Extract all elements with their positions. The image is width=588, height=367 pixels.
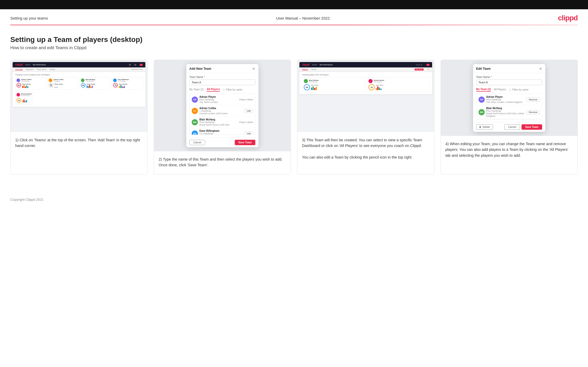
edit-tab-all-players[interactable]: All Players [494,88,506,91]
card-3-text: 3) This Team will then be created. You c… [297,132,434,174]
footer: Copyright Clippd 2021 [0,195,588,207]
ss1-subnav-putting: Putting [49,68,55,71]
player-name-bm: Blair McHarg [199,118,229,121]
card-4: Edit Team ✕ Team Name * My Team (2) All … [441,60,578,174]
edit-player-item-bm: BM Blair McHarg Plus HandicapRoyal North… [476,105,542,119]
ss3-subnav-players: Players [302,68,308,71]
edit-footer-right: Cancel Save Team [504,124,542,130]
edit-team-name-input[interactable] [476,80,542,85]
header: Setting up your teams User Manual – Nove… [0,9,588,25]
player-avatar-bm: BM [192,119,198,125]
trash-icon: 🗑 [479,126,482,128]
header-left-text: Setting up your teams [10,16,48,20]
clippd-logo: clippd [558,14,578,22]
dialog-close-icon[interactable]: ✕ [252,67,255,71]
copyright-text: Copyright Clippd 2021 [10,198,44,202]
ss1-logo: clippd [15,63,23,66]
card-4-text: 4) When editing your Team, you can chang… [441,136,578,174]
team-name-label: Team Name * [189,76,255,78]
edit-player-club-ap: Plus HandicapThe Shire London, United Ki… [486,98,523,103]
edit-filter-by-name[interactable]: Filter by name [509,88,528,91]
edit-dialog-footer: 🗑 Delete Cancel Save Team [473,122,545,132]
filter-by-name[interactable]: Filter by name [223,88,242,91]
edit-dialog-title: Edit Team [476,67,491,71]
edit-dialog-body: Team Name * My Team (2) All Players Filt… [473,73,545,122]
page-content: Setting up a Team of players (desktop) H… [0,33,588,195]
add-new-team-dialog: Add New Team ✕ Team Name * My Team (2) A… [186,64,258,147]
dialog-title: Add New Team [189,67,211,71]
edit-cancel-button[interactable]: Cancel [504,124,520,130]
top-bar [0,0,588,9]
edit-team-name-label: Team Name * [476,76,542,78]
player-added-status-ap: Player Added [239,98,253,101]
edit-player-avatar-bm: BM [478,109,485,115]
edit-player-list: AP Adrian Player Plus HandicapThe Shire … [476,94,542,119]
edit-dialog-close-icon[interactable]: ✕ [539,67,542,71]
add-player-button-ac[interactable]: Add [244,109,253,113]
player-item-adrian-coliba: AC Adrian Coliba 1 HandicapCentral Londo… [190,105,255,117]
player-item-dave-billingham: DB Dave Billingham 1.5 HandicapThe Cleg … [190,128,255,135]
header-divider [10,25,578,25]
edit-team-dialog: Edit Team ✕ Team Name * My Team (2) All … [473,64,545,132]
ss3-nav-my-perf: My Performance [320,64,333,66]
dialog-header: Add New Team ✕ [186,64,258,73]
edit-save-team-button[interactable]: Save Team [522,124,542,130]
remove-player-button-ap[interactable]: Remove [526,98,540,102]
delete-button[interactable]: 🗑 Delete [476,124,493,130]
ss1-heading: Tracking 4 out of 4 players from: All Pl… [15,74,143,76]
edit-player-avatar-ap: AP [478,97,485,103]
edit-player-item-ap: AP Adrian Player Plus HandicapThe Shire … [476,94,542,105]
remove-player-button-bm[interactable]: Remove [526,110,540,114]
player-name-db: Dave Billingham [199,129,228,132]
edit-player-name-bm: Blair McHarg [486,107,526,110]
player-list: AP Adrian Player Plus HandicapThe Shire … [189,94,255,135]
tab-my-team[interactable]: My Team (2) [189,88,204,91]
edit-player-details-bm: Blair McHarg Plus HandicapRoyal North De… [486,107,526,117]
ss3-logo: clippd [302,63,309,66]
player-name-ap: Adrian Player [199,95,218,98]
ss1-subnav-approach: Approach [26,68,33,71]
edit-dialog-header: Edit Team ✕ [473,64,545,73]
card-1: clippd Home My Performance ✕ Overview Ap… [10,60,148,174]
card-3-screenshot: clippd Home My Performance Teams ▼ ✕ Pla… [297,60,434,132]
edit-tab-my-team[interactable]: My Team (2) [476,88,491,92]
card-3: clippd Home My Performance Teams ▼ ✕ Pla… [297,60,434,174]
card-2-text: 2) Type the name of this Team and then s… [154,151,291,174]
card-2-screenshot: Add New Team ✕ Team Name * My Team (2) A… [154,60,291,151]
player-added-status-bm: Player Added [239,121,253,124]
dialog-body: Team Name * My Team (2) All Players Filt… [186,73,258,137]
edit-player-club-bm: Plus HandicapRoyal North Devon Golf Club… [486,110,526,117]
edit-player-details-ap: Adrian Player Plus HandicapThe Shire Lon… [486,95,523,103]
player-avatar-ac: AC [192,108,198,114]
player-club-db: 1.5 HandicapThe Cleg Maging Golf Club [199,132,228,135]
save-team-button[interactable]: Save Team [235,140,255,145]
dialog-tabs: My Team (2) All Players Filter by name [189,88,255,92]
card-4-screenshot: Edit Team ✕ Team Name * My Team (2) All … [441,60,578,136]
team-name-input[interactable] [189,80,255,85]
player-avatar-db: DB [192,130,198,135]
card-2: Add New Team ✕ Team Name * My Team (2) A… [154,60,291,174]
add-player-button-db[interactable]: Add [244,132,253,135]
ss1-subnav-overview: Overview [15,68,23,71]
player-details-ac: Adrian Coliba 1 HandicapCentral London G… [199,107,228,115]
player-item-blair-mcharg: BM Blair McHarg Plus HandicapRoyal North… [190,117,255,128]
player-avatar-ap: AP [192,97,198,103]
ss1-subnav-short: Short Game [37,68,46,71]
ss1-nav-home: Home [25,64,30,66]
cancel-button[interactable]: Cancel [189,140,205,145]
ss3-subnav-teams: Teams [311,68,316,71]
card-1-screenshot: clippd Home My Performance ✕ Overview Ap… [11,60,147,132]
player-name-ac: Adrian Coliba [199,107,228,110]
cards-row: clippd Home My Performance ✕ Overview Ap… [10,60,578,174]
player-club-ac: 1 HandicapCentral London Golf Centre [199,110,228,115]
dialog-footer: Cancel Save Team [186,137,258,147]
tab-all-players[interactable]: All Players [207,88,220,92]
ss3-nav-home: Home [312,64,317,66]
page-title: Setting up a Team of players (desktop) [10,36,578,44]
player-details-bm: Blair McHarg Plus HandicapRoyal North De… [199,118,229,126]
player-club-bm: Plus HandicapRoyal North Devon Golf Club [199,121,229,126]
card-1-text: 1) Click on 'Teams' at the top of the sc… [11,132,147,174]
page-subtitle: How to create and edit Teams in Clippd [10,45,578,50]
player-details-db: Dave Billingham 1.5 HandicapThe Cleg Mag… [199,129,228,135]
edit-player-name-ap: Adrian Player [486,95,523,98]
